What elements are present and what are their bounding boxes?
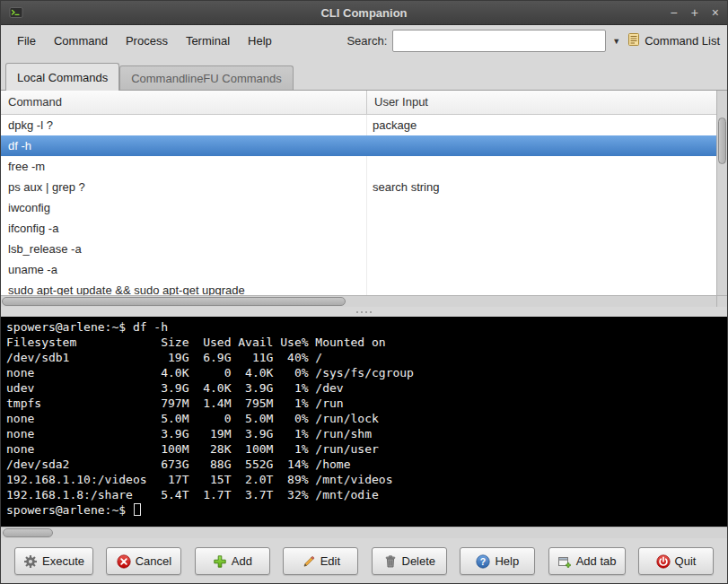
help-button-label: Help (495, 554, 519, 568)
window-title: CLI Companion (1, 6, 727, 20)
user-input-cell (367, 239, 716, 259)
add-tab-icon (557, 554, 572, 569)
close-button[interactable]: × (712, 1, 719, 24)
titlebar: CLI Companion − + × (1, 1, 727, 25)
minimize-button[interactable]: − (670, 1, 677, 24)
command-cell: sudo apt-get update && sudo apt-get upgr… (1, 280, 367, 295)
help-icon: ? (476, 554, 490, 569)
maximize-button[interactable]: + (691, 1, 698, 24)
power-icon (656, 554, 671, 569)
user-input-cell (367, 197, 716, 218)
user-input-cell (367, 156, 716, 177)
table-row[interactable]: lsb_release -a (1, 239, 716, 259)
terminal[interactable]: spowers@arlene:~$ df -h Filesystem Size … (1, 317, 727, 527)
table-row[interactable]: uname -a (1, 259, 716, 280)
command-list-toggle[interactable]: Command List (627, 32, 720, 49)
table-row[interactable]: ifconfig -a (1, 218, 716, 239)
delete-button-label: Delete (402, 554, 436, 568)
command-cell: iwconfig (1, 197, 367, 218)
svg-text:?: ? (480, 556, 486, 567)
user-input-cell: search string (367, 177, 716, 197)
command-table: Command User Input dpkg -l ?packagedf -h… (1, 90, 727, 307)
table-header: Command User Input (1, 91, 716, 115)
dropdown-arrow-icon[interactable]: ▼ (611, 37, 621, 46)
table-row[interactable]: df -h (1, 135, 716, 156)
plus-icon (213, 554, 227, 569)
user-input-cell: package (367, 115, 716, 135)
user-input-cell (367, 259, 716, 280)
terminal-hscroll-thumb[interactable] (3, 528, 53, 537)
menu-process[interactable]: Process (117, 29, 177, 53)
table-horizontal-scrollbar[interactable] (1, 295, 716, 307)
menu-file[interactable]: File (8, 29, 45, 53)
menu-bar: File Command Process Terminal Help Searc… (1, 25, 727, 57)
terminal-horizontal-scrollbar[interactable] (1, 527, 727, 538)
terminal-output: spowers@arlene:~$ df -h Filesystem Size … (1, 317, 727, 520)
add-button[interactable]: Add (195, 547, 270, 575)
search-label: Search: (346, 34, 387, 48)
horizontal-scrollbar-thumb[interactable] (2, 297, 346, 306)
pane-splitter[interactable] (1, 307, 727, 317)
tab-local-commands[interactable]: Local Commands (5, 63, 119, 91)
quit-button-label: Quit (675, 554, 697, 568)
tab-commandlinefu-commands[interactable]: CommandlineFU Commands (119, 65, 294, 90)
user-input-cell (367, 280, 716, 295)
button-bar: Execute Cancel (1, 538, 727, 584)
command-cell: ifconfig -a (1, 218, 367, 239)
help-button[interactable]: ? Help (460, 547, 535, 575)
add-button-label: Add (232, 554, 252, 568)
table-row[interactable]: iwconfig (1, 197, 716, 218)
delete-button[interactable]: Delete (372, 547, 447, 575)
cancel-icon (117, 554, 131, 569)
column-header-user-input[interactable]: User Input (367, 91, 716, 114)
command-cell: ps aux | grep ? (1, 177, 367, 197)
scrollbar-corner (716, 295, 727, 307)
menu-help[interactable]: Help (239, 29, 281, 53)
pencil-icon (302, 554, 316, 569)
command-cell: free -m (1, 156, 367, 177)
command-cell: df -h (1, 135, 367, 156)
cancel-button[interactable]: Cancel (106, 547, 181, 575)
cancel-button-label: Cancel (136, 554, 171, 568)
terminal-cursor (134, 503, 141, 516)
column-header-command[interactable]: Command (1, 91, 367, 114)
user-input-cell (367, 218, 716, 239)
table-row[interactable]: sudo apt-get update && sudo apt-get upgr… (1, 280, 716, 295)
menu-terminal[interactable]: Terminal (177, 29, 239, 53)
command-cell: lsb_release -a (1, 239, 367, 259)
app-icon (9, 5, 23, 20)
command-list-icon (627, 32, 641, 49)
table-vertical-scrollbar[interactable] (716, 91, 727, 295)
menu-command[interactable]: Command (45, 29, 117, 53)
quit-button[interactable]: Quit (638, 547, 714, 575)
gear-icon (23, 554, 38, 569)
command-table-body: dpkg -l ?packagedf -hfree -mps aux | gre… (1, 115, 716, 295)
execute-button[interactable]: Execute (14, 547, 93, 575)
search-input[interactable] (392, 30, 606, 52)
table-row[interactable]: dpkg -l ?package (1, 115, 716, 135)
user-input-cell (367, 135, 716, 156)
command-cell: dpkg -l ? (1, 115, 367, 135)
add-tab-button-label: Add tab (576, 554, 617, 568)
trash-icon (383, 554, 398, 569)
command-cell: uname -a (1, 259, 367, 280)
notebook-tabs: Local Commands CommandlineFU Commands (1, 57, 727, 90)
add-tab-button[interactable]: Add tab (548, 547, 626, 575)
execute-button-label: Execute (42, 554, 84, 568)
edit-button-label: Edit (320, 554, 340, 568)
table-row[interactable]: free -m (1, 156, 716, 177)
vertical-scrollbar-thumb[interactable] (718, 118, 726, 164)
edit-button[interactable]: Edit (283, 547, 358, 575)
table-row[interactable]: ps aux | grep ?search string (1, 177, 716, 197)
command-list-label: Command List (645, 34, 720, 48)
cli-companion-window: CLI Companion − + × File Command Process… (0, 0, 728, 584)
